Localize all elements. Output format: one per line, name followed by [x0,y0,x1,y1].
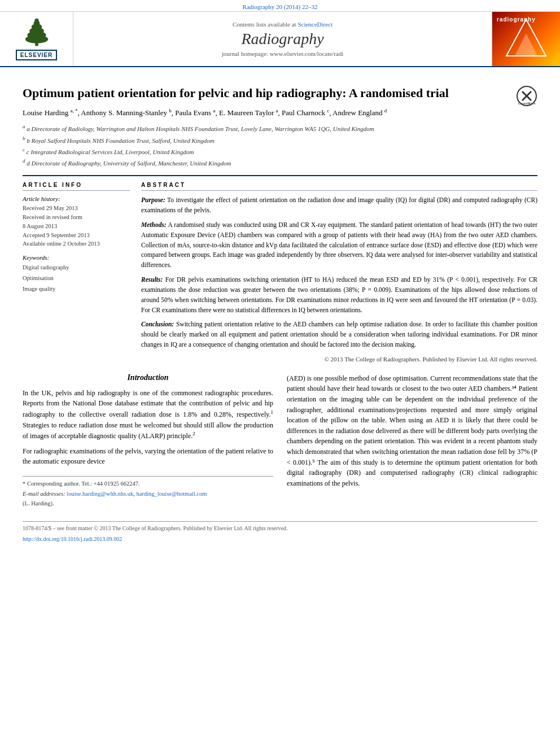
intro-left-column: Introduction In the UK, pelvis and hip r… [23,373,273,510]
received-revised-label: Received in revised form [23,213,130,222]
affiliation-c: c c Integrated Radiological Services Ltd… [23,146,537,157]
journal-citation: Radiography 20 (2014) 22–32 [0,0,560,11]
introduction-two-col: Introduction In the UK, pelvis and hip r… [23,373,537,510]
conclusion-text: Switching patient orientation relative t… [141,321,537,348]
keywords-label: Keywords: [23,254,130,261]
abstract-results: Results: For DR pelvis examinations swit… [141,275,537,315]
elsevier-wordmark: ELSEVIER [16,50,57,60]
copyright-text: © 2013 The College of Radiographers. Pub… [141,355,537,364]
email-label: E-mail addresses: [23,491,65,497]
journal-header: ELSEVIER Contents lists available at Sci… [0,11,560,67]
issn-text: 1078-8174/$ – see front matter © 2013 Th… [23,525,288,531]
available-date: Available online 2 October 2013 [23,239,130,248]
footnotes-section: * Corresponding author. Tel.: +44 01925 … [23,476,273,508]
article-info-heading: ARTICLE INFO [23,182,130,191]
abstract-conclusion: Conclusion: Switching patient orientatio… [141,320,537,350]
doi-line: http://dx.doi.org/10.1016/j.radi.2013.09… [0,535,560,547]
keyword-2: Optimisation [23,273,130,284]
abstract-body: Purpose: To investigate the effect of pa… [141,195,537,364]
article-info-column: ARTICLE INFO Article history: Received 2… [23,182,130,364]
corresponding-author: * Corresponding author. Tel.: +44 01925 … [23,480,273,488]
doi-link[interactable]: http://dx.doi.org/10.1016/j.radi.2013.09… [23,536,122,542]
email-link-2[interactable]: harding_louise@hotmail.com [136,491,207,497]
info-abstract-section: ARTICLE INFO Article history: Received 2… [23,182,537,364]
sciencedirect-link[interactable]: ScienceDirect [298,21,333,28]
journal-info-center: Contents lists available at ScienceDirec… [73,12,492,66]
intro-paragraph-1: In the UK, pelvis and hip radiography is… [23,388,273,467]
intro-paragraph-2: (AED) is one possible method of dose opt… [287,373,537,489]
received-date: Received 29 May 2013 [23,204,130,213]
affiliation-d: d d Directorate of Radiography, Universi… [23,157,537,168]
email-addresses: E-mail addresses: louise.harding@whh.nhs… [23,490,273,499]
radiography-logo-section: radiography [492,12,560,66]
svg-marker-8 [515,33,537,56]
methods-text: A randomised study was conducted using D… [141,221,537,268]
email-suffix: (L. Harding). [23,500,273,508]
divider-thick [23,175,537,176]
main-content: CrossMark Optimum patient orientation fo… [0,67,560,521]
page-footer: 1078-8174/$ – see front matter © 2013 Th… [23,521,537,535]
journal-logo-graphic [501,16,552,62]
purpose-text: To investigate the effect of patient ori… [141,196,537,213]
revised-date: 8 August 2013 [23,222,130,231]
intro-right-column: (AED) is one possible method of dose opt… [287,373,537,510]
article-history-section: Article history: Received 29 May 2013 Re… [23,195,130,248]
abstract-methods: Methods: A randomised study was conducte… [141,220,537,270]
affiliation-b: b b Royal Salford Hospitals NHS Foundati… [23,134,537,146]
accepted-date: Accepted 9 September 2013 [23,231,130,240]
introduction-section: Introduction In the UK, pelvis and hip r… [23,373,537,521]
abstract-purpose: Purpose: To investigate the effect of pa… [141,195,537,216]
keyword-3: Image quality [23,284,130,295]
crossmark-icon: CrossMark [516,85,537,107]
article-title: CrossMark Optimum patient orientation fo… [23,85,537,102]
results-label: Results: [141,276,163,283]
keywords-section: Keywords: Digital radiography Optimisati… [23,254,130,295]
methods-label: Methods: [141,221,167,228]
authors-line: Louise Harding a, *, Anthony S. Manning-… [23,107,537,119]
journal-name: Radiography [241,30,323,48]
email-link-1[interactable]: louise.harding@whh.nhs.uk [67,491,133,497]
title-text: Optimum patient orientation for pelvic a… [23,86,449,100]
svg-point-6 [34,19,38,23]
sciencedirect-label: Contents lists available at ScienceDirec… [233,21,333,28]
abstract-heading: ABSTRACT [141,182,537,191]
keyword-1: Digital radiography [23,263,130,273]
elsevier-logo: ELSEVIER [14,18,59,60]
crossmark-badge: CrossMark [516,85,537,111]
introduction-heading: Introduction [23,373,273,382]
abstract-column: ABSTRACT Purpose: To investigate the eff… [141,182,537,364]
affiliations: a a Directorate of Radiology, Warrington… [23,123,537,168]
citation-text: Radiography 20 (2014) 22–32 [243,3,318,10]
journal-homepage: journal homepage: www.elsevier.com/locat… [222,50,344,57]
affiliation-a: a a Directorate of Radiology, Warrington… [23,123,537,134]
author-anthony: Anthony S. Manning-Stanley [81,108,167,117]
conclusion-label: Conclusion: [141,321,174,327]
results-text: For DR pelvis examinations switching ori… [141,276,537,313]
svg-text:CrossMark: CrossMark [518,102,536,105]
history-label: Article history: [23,195,130,202]
elsevier-tree-icon [14,18,59,49]
radiography-logo-text: radiography [497,16,536,23]
elsevier-logo-section: ELSEVIER [0,12,73,66]
purpose-label: Purpose: [141,196,165,203]
